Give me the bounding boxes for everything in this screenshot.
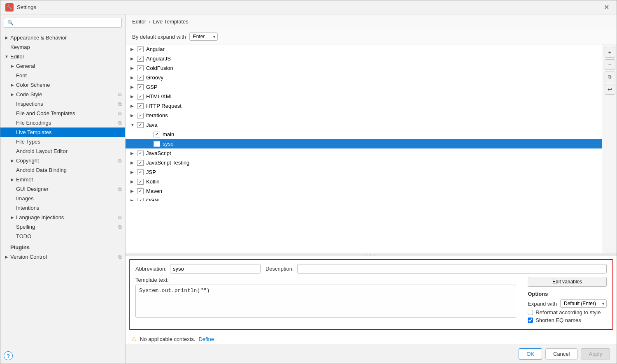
- reformat-checkbox-label[interactable]: Reformat according to style: [528, 309, 601, 315]
- sidebar-item-label: Keymap: [10, 44, 122, 50]
- template-label: Kotlin: [146, 179, 160, 185]
- remove-template-button[interactable]: −: [605, 59, 615, 70]
- sidebar-item-emmet[interactable]: ▶ Emmet: [0, 175, 125, 184]
- add-template-button[interactable]: +: [605, 47, 615, 58]
- template-group-angularjs[interactable]: ▶ ✓ AngularJS: [126, 54, 602, 63]
- chevron-spacer: [9, 101, 15, 107]
- chevron-right-icon: ▶: [130, 179, 136, 184]
- checkbox-angular[interactable]: ✓: [137, 46, 144, 52]
- sidebar-item-label: Android Data Binding: [16, 167, 122, 173]
- template-group-coldfusion[interactable]: ▶ ✓ ColdFusion: [126, 63, 602, 73]
- template-group-kotlin[interactable]: ▶ ✓ Kotlin: [126, 177, 602, 186]
- sidebar-item-gui-designer[interactable]: GUI Designer ⧉: [0, 184, 125, 194]
- checkbox-iterations[interactable]: ✓: [137, 113, 144, 118]
- abbreviation-input[interactable]: [170, 264, 261, 274]
- sidebar-item-inspections[interactable]: Inspections ⧉: [0, 99, 125, 109]
- sidebar-item-file-encodings[interactable]: File Encodings ⧉: [0, 118, 125, 128]
- sidebar-item-copyright[interactable]: ▶ Copyright ⧉: [0, 156, 125, 165]
- checkbox-groovy[interactable]: ✓: [137, 75, 144, 81]
- template-item-syso[interactable]: ✓ syso: [126, 139, 602, 148]
- chevron-right-icon: ▶: [9, 82, 15, 88]
- chevron-right-icon: ▶: [4, 254, 9, 260]
- sidebar-item-live-templates[interactable]: Live Templates: [0, 128, 125, 137]
- template-group-java[interactable]: ▼ ✓ Java: [126, 120, 602, 130]
- chevron-right-icon: ▶: [130, 56, 136, 61]
- template-label: GSP: [146, 84, 157, 90]
- chevron-right-icon: ▶: [130, 151, 136, 155]
- template-item-main[interactable]: ✓ main: [126, 130, 602, 139]
- checkbox-gsp[interactable]: ✓: [137, 84, 144, 90]
- sidebar-item-spelling[interactable]: Spelling ⧉: [0, 222, 125, 232]
- template-group-iterations[interactable]: ▶ ✓ iterations: [126, 111, 602, 120]
- checkbox-javascript[interactable]: ✓: [137, 151, 144, 156]
- checkbox-html-xml[interactable]: ✓: [137, 94, 144, 100]
- shorten-eq-checkbox-label[interactable]: Shorten EQ names: [528, 317, 581, 323]
- template-group-ognl[interactable]: ▶ ✓ OGNL: [126, 196, 602, 201]
- expand-with-detail-dropdown[interactable]: Default (Enter) Enter Tab Space: [560, 299, 607, 308]
- template-group-maven[interactable]: ▶ ✓ Maven: [126, 186, 602, 196]
- template-group-gsp[interactable]: ▶ ✓ GSP: [126, 82, 602, 92]
- template-label: OGNL: [146, 197, 161, 201]
- checkbox-syso[interactable]: ✓: [154, 141, 160, 147]
- sidebar-item-keymap[interactable]: Keymap: [0, 42, 125, 52]
- breadcrumb-separator: ›: [149, 19, 150, 25]
- sidebar-item-general[interactable]: ▶ General: [0, 61, 125, 71]
- search-input[interactable]: [15, 20, 118, 26]
- template-group-jsp[interactable]: ▶ ✓ JSP: [126, 167, 602, 177]
- checkbox-kotlin[interactable]: ✓: [137, 179, 144, 185]
- template-group-javascript[interactable]: ▶ ✓ JavaScript: [126, 148, 602, 158]
- sidebar-item-font[interactable]: Font: [0, 71, 125, 80]
- chevron-spacer: [9, 111, 15, 116]
- edit-variables-button[interactable]: Edit variables: [528, 277, 607, 287]
- sidebar-item-file-types[interactable]: File Types: [0, 137, 125, 146]
- copy-template-button[interactable]: ⧉: [605, 72, 615, 82]
- sidebar-item-color-scheme[interactable]: ▶ Color Scheme: [0, 80, 125, 90]
- checkbox-main[interactable]: ✓: [154, 132, 160, 137]
- checkbox-angularjs[interactable]: ✓: [137, 56, 144, 62]
- close-button[interactable]: ✕: [601, 2, 612, 12]
- cancel-button[interactable]: Cancel: [545, 348, 577, 359]
- template-group-http-request[interactable]: ▶ ✓ HTTP Request: [126, 101, 602, 111]
- abbreviation-field: Abbreviation:: [135, 264, 261, 274]
- sidebar-item-images[interactable]: Images: [0, 194, 125, 203]
- checkbox-jsp[interactable]: ✓: [137, 169, 144, 175]
- template-text-input[interactable]: System.out.println(""): [135, 285, 516, 318]
- sidebar-item-label: File Encodings: [16, 120, 116, 126]
- expand-with-dropdown[interactable]: Enter Tab Space: [189, 32, 218, 41]
- checkbox-java[interactable]: ✓: [137, 122, 144, 128]
- checkbox-maven[interactable]: ✓: [137, 188, 144, 194]
- sidebar-item-label: Font: [16, 72, 122, 79]
- apply-button[interactable]: Apply: [581, 348, 610, 359]
- undo-button[interactable]: ↩: [605, 84, 615, 95]
- sidebar-item-code-style[interactable]: ▶ Code Style ⧉: [0, 90, 125, 99]
- sidebar-item-language-injections[interactable]: ▶ Language Injections ⧉: [0, 213, 125, 222]
- template-group-javascript-testing[interactable]: ▶ ✓ JavaScript Testing: [126, 158, 602, 167]
- sidebar-item-android-layout-editor[interactable]: Android Layout Editor: [0, 146, 125, 156]
- search-field-wrapper[interactable]: 🔍: [4, 18, 122, 28]
- checkbox-javascript-testing[interactable]: ✓: [137, 160, 144, 166]
- sidebar-item-editor[interactable]: ▼ Editor: [0, 52, 125, 61]
- template-group-angular[interactable]: ▶ ✓ Angular: [126, 44, 602, 54]
- sidebar-item-version-control[interactable]: ▶ Version Control ⧉: [0, 252, 125, 262]
- ok-button[interactable]: OK: [519, 348, 542, 359]
- template-group-groovy[interactable]: ▶ ✓ Groovy: [126, 73, 602, 82]
- copy-icon: ⧉: [118, 254, 122, 260]
- checkbox-http-request[interactable]: ✓: [137, 103, 144, 109]
- description-input[interactable]: [297, 264, 607, 274]
- define-link[interactable]: Define: [198, 336, 214, 342]
- sidebar-item-intentions[interactable]: Intentions: [0, 203, 125, 213]
- template-group-html-xml[interactable]: ▶ ✓ HTML/XML: [126, 92, 602, 101]
- checkbox-coldfusion[interactable]: ✓: [137, 65, 144, 71]
- sidebar-item-todo[interactable]: TODO: [0, 232, 125, 241]
- reformat-checkbox[interactable]: [528, 310, 533, 315]
- resize-handle[interactable]: • • •: [126, 253, 617, 256]
- checkbox-ognl[interactable]: ✓: [137, 198, 144, 201]
- shorten-eq-option: Shorten EQ names: [528, 317, 607, 323]
- copy-icon: ⧉: [118, 101, 122, 107]
- shorten-eq-checkbox[interactable]: [528, 318, 533, 323]
- sidebar-item-appearance[interactable]: ▶ Appearance & Behavior: [0, 33, 125, 42]
- sidebar-item-android-data-binding[interactable]: Android Data Binding: [0, 165, 125, 175]
- help-button[interactable]: ?: [4, 351, 13, 360]
- sidebar-item-plugins[interactable]: Plugins: [0, 243, 125, 252]
- sidebar-item-file-code-templates[interactable]: File and Code Templates ⧉: [0, 109, 125, 118]
